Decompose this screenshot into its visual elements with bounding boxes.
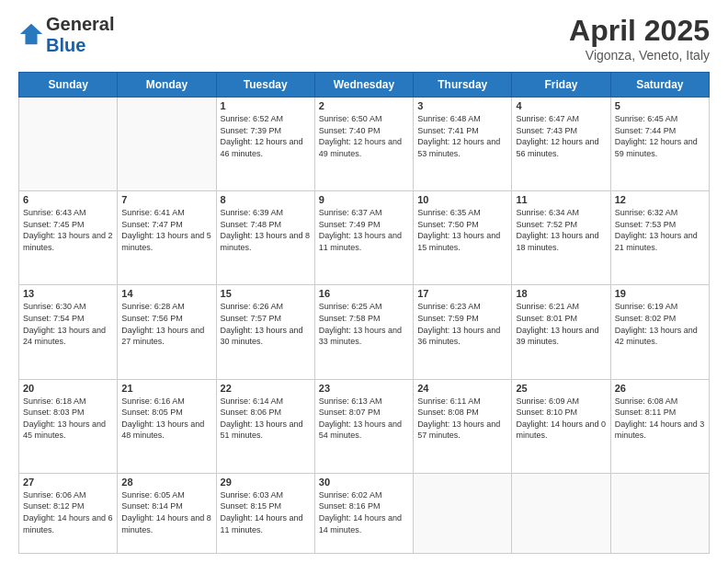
day-info: Sunrise: 6:43 AM Sunset: 7:45 PM Dayligh… [23,207,113,253]
day-info: Sunrise: 6:37 AM Sunset: 7:49 PM Dayligh… [319,207,409,253]
day-info: Sunrise: 6:39 AM Sunset: 7:48 PM Dayligh… [221,207,311,253]
table-row: 5Sunrise: 6:45 AM Sunset: 7:44 PM Daylig… [610,98,709,191]
table-row [610,473,709,553]
svg-marker-0 [20,24,42,44]
day-info: Sunrise: 6:02 AM Sunset: 8:16 PM Dayligh… [319,489,409,535]
day-info: Sunrise: 6:34 AM Sunset: 7:52 PM Dayligh… [516,207,606,253]
logo-icon [18,22,44,48]
day-number: 3 [417,100,507,111]
day-info: Sunrise: 6:41 AM Sunset: 7:47 PM Dayligh… [121,207,211,253]
table-row [512,473,610,553]
day-number: 16 [319,288,409,299]
day-info: Sunrise: 6:23 AM Sunset: 7:59 PM Dayligh… [417,301,507,347]
page: General Blue April 2025 Vigonza, Veneto,… [0,0,728,563]
table-row: 12Sunrise: 6:32 AM Sunset: 7:53 PM Dayli… [610,191,709,285]
day-number: 28 [121,477,211,488]
table-row: 23Sunrise: 6:13 AM Sunset: 8:07 PM Dayli… [314,379,413,473]
table-row: 13Sunrise: 6:30 AM Sunset: 7:54 PM Dayli… [19,285,118,379]
day-number: 6 [23,194,113,205]
table-row: 19Sunrise: 6:19 AM Sunset: 8:02 PM Dayli… [610,285,709,379]
table-row: 25Sunrise: 6:09 AM Sunset: 8:10 PM Dayli… [512,379,610,473]
day-number: 11 [516,194,606,205]
logo-general: General [46,14,114,34]
day-info: Sunrise: 6:30 AM Sunset: 7:54 PM Dayligh… [23,301,113,347]
table-row: 7Sunrise: 6:41 AM Sunset: 7:47 PM Daylig… [118,191,216,285]
table-row: 4Sunrise: 6:47 AM Sunset: 7:43 PM Daylig… [512,98,610,191]
day-info: Sunrise: 6:35 AM Sunset: 7:50 PM Dayligh… [417,207,507,253]
table-row: 20Sunrise: 6:18 AM Sunset: 8:03 PM Dayli… [19,379,118,473]
day-info: Sunrise: 6:06 AM Sunset: 8:12 PM Dayligh… [23,489,113,535]
day-number: 21 [121,383,211,394]
day-number: 10 [417,194,507,205]
header: General Blue April 2025 Vigonza, Veneto,… [18,14,710,63]
day-info: Sunrise: 6:26 AM Sunset: 7:57 PM Dayligh… [221,301,311,347]
table-row: 9Sunrise: 6:37 AM Sunset: 7:49 PM Daylig… [314,191,413,285]
col-monday: Monday [118,73,216,98]
day-info: Sunrise: 6:13 AM Sunset: 8:07 PM Dayligh… [319,396,409,442]
col-friday: Friday [512,73,610,98]
table-row: 16Sunrise: 6:25 AM Sunset: 7:58 PM Dayli… [314,285,413,379]
col-wednesday: Wednesday [314,73,413,98]
table-row [118,98,216,191]
title-section: April 2025 Vigonza, Veneto, Italy [569,14,710,63]
table-row: 1Sunrise: 6:52 AM Sunset: 7:39 PM Daylig… [216,98,314,191]
day-number: 26 [615,383,705,394]
day-number: 2 [319,100,409,111]
day-number: 22 [221,383,311,394]
day-info: Sunrise: 6:03 AM Sunset: 8:15 PM Dayligh… [221,489,311,535]
col-sunday: Sunday [19,73,118,98]
day-info: Sunrise: 6:21 AM Sunset: 8:01 PM Dayligh… [516,301,606,347]
day-info: Sunrise: 6:47 AM Sunset: 7:43 PM Dayligh… [516,113,606,159]
day-number: 30 [319,477,409,488]
table-row: 11Sunrise: 6:34 AM Sunset: 7:52 PM Dayli… [512,191,610,285]
day-number: 8 [221,194,311,205]
table-row [19,98,118,191]
day-number: 15 [221,288,311,299]
day-number: 18 [516,288,606,299]
day-number: 24 [417,383,507,394]
day-info: Sunrise: 6:50 AM Sunset: 7:40 PM Dayligh… [319,113,409,159]
table-row: 10Sunrise: 6:35 AM Sunset: 7:50 PM Dayli… [414,191,512,285]
day-number: 1 [221,100,311,111]
day-number: 5 [615,100,705,111]
table-row: 27Sunrise: 6:06 AM Sunset: 8:12 PM Dayli… [19,473,118,553]
day-number: 25 [516,383,606,394]
table-row: 3Sunrise: 6:48 AM Sunset: 7:41 PM Daylig… [414,98,512,191]
logo-blue: Blue [46,35,85,55]
day-number: 23 [319,383,409,394]
table-row: 2Sunrise: 6:50 AM Sunset: 7:40 PM Daylig… [314,98,413,191]
table-row: 18Sunrise: 6:21 AM Sunset: 8:01 PM Dayli… [512,285,610,379]
day-info: Sunrise: 6:09 AM Sunset: 8:10 PM Dayligh… [516,396,606,442]
col-tuesday: Tuesday [216,73,314,98]
table-row: 14Sunrise: 6:28 AM Sunset: 7:56 PM Dayli… [118,285,216,379]
table-row: 22Sunrise: 6:14 AM Sunset: 8:06 PM Dayli… [216,379,314,473]
table-row: 24Sunrise: 6:11 AM Sunset: 8:08 PM Dayli… [414,379,512,473]
day-info: Sunrise: 6:11 AM Sunset: 8:08 PM Dayligh… [417,396,507,442]
day-number: 17 [417,288,507,299]
day-info: Sunrise: 6:14 AM Sunset: 8:06 PM Dayligh… [221,396,311,442]
day-number: 20 [23,383,113,394]
day-info: Sunrise: 6:28 AM Sunset: 7:56 PM Dayligh… [121,301,211,347]
day-info: Sunrise: 6:48 AM Sunset: 7:41 PM Dayligh… [417,113,507,159]
col-saturday: Saturday [610,73,709,98]
day-info: Sunrise: 6:16 AM Sunset: 8:05 PM Dayligh… [121,396,211,442]
col-thursday: Thursday [414,73,512,98]
table-row: 21Sunrise: 6:16 AM Sunset: 8:05 PM Dayli… [118,379,216,473]
table-row: 30Sunrise: 6:02 AM Sunset: 8:16 PM Dayli… [314,473,413,553]
calendar-header-row: Sunday Monday Tuesday Wednesday Thursday… [19,73,710,98]
day-info: Sunrise: 6:08 AM Sunset: 8:11 PM Dayligh… [615,396,705,442]
day-number: 7 [121,194,211,205]
day-number: 13 [23,288,113,299]
table-row: 8Sunrise: 6:39 AM Sunset: 7:48 PM Daylig… [216,191,314,285]
day-number: 4 [516,100,606,111]
day-number: 29 [221,477,311,488]
logo: General Blue [18,14,114,56]
day-info: Sunrise: 6:45 AM Sunset: 7:44 PM Dayligh… [615,113,705,159]
day-number: 27 [23,477,113,488]
day-info: Sunrise: 6:32 AM Sunset: 7:53 PM Dayligh… [615,207,705,253]
month-title: April 2025 [569,14,710,48]
day-info: Sunrise: 6:19 AM Sunset: 8:02 PM Dayligh… [615,301,705,347]
day-info: Sunrise: 6:25 AM Sunset: 7:58 PM Dayligh… [319,301,409,347]
calendar: Sunday Monday Tuesday Wednesday Thursday… [18,72,710,554]
day-info: Sunrise: 6:18 AM Sunset: 8:03 PM Dayligh… [23,396,113,442]
